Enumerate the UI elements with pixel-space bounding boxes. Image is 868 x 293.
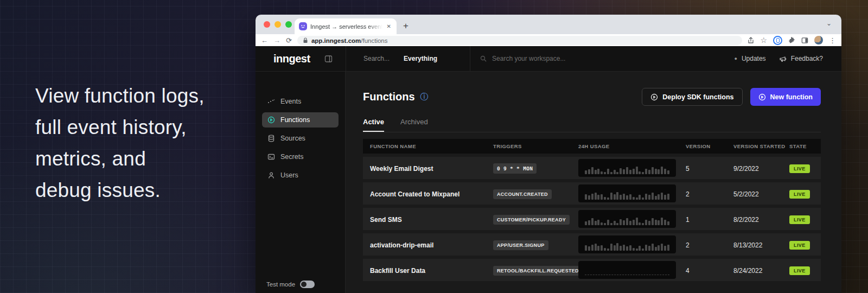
profile-avatar[interactable]	[814, 36, 823, 44]
test-mode-control: Test mode	[256, 281, 345, 293]
table-row[interactable]: Backfill User Data RETOOL/BACKFILL.REQUE…	[363, 259, 821, 281]
hero-line: full event history,	[35, 112, 205, 143]
inngest-favicon-icon	[299, 22, 307, 30]
feedback-link[interactable]: Feedback?	[779, 55, 823, 62]
state-badge: LIVE	[789, 266, 810, 275]
url-domain: app.inngest.com	[311, 37, 361, 44]
test-mode-label: Test mode	[266, 281, 295, 288]
hero-line: metrics, and	[35, 143, 205, 175]
version-started-value: 8/24/2022	[733, 267, 762, 275]
info-icon[interactable]: ⓘ	[420, 92, 429, 102]
state-badge: LIVE	[789, 215, 810, 224]
sidebar-item-events[interactable]: Events	[262, 94, 339, 109]
browser-tab[interactable]: Inngest → serverless event-dri ✕	[295, 18, 397, 34]
collapse-sidebar-icon[interactable]	[324, 55, 333, 63]
sidebar-item-label: Sources	[280, 135, 305, 142]
app-topbar: inngest Search... Everything ● Updates	[256, 46, 841, 72]
state-badge: LIVE	[789, 164, 810, 173]
megaphone-icon	[779, 55, 787, 62]
function-name[interactable]: Backfill User Data	[370, 267, 425, 275]
table-body: Weekly Email Digest 0 9 * * MON 5 9/2/20…	[363, 157, 821, 281]
hero-text: View function logs, full event history, …	[35, 80, 205, 206]
state-badge: LIVE	[789, 241, 810, 250]
deploy-sdk-functions-button[interactable]: Deploy SDK functions	[642, 88, 742, 106]
tab-active[interactable]: Active	[363, 118, 384, 132]
minimize-window-button[interactable]	[275, 21, 281, 28]
search-scope[interactable]: Everything	[404, 55, 437, 62]
version-started-value: 5/2/2022	[733, 190, 759, 198]
reload-icon[interactable]: ⟳	[286, 37, 292, 44]
functions-table: FUNCTION NAME TRIGGERS 24H USAGE VERSION…	[363, 139, 821, 281]
usage-chart	[578, 159, 676, 177]
side-panel-icon[interactable]	[801, 37, 808, 44]
version-value: 5	[686, 165, 690, 173]
tab-strip: Inngest → serverless event-dri ✕ + ⌄	[256, 15, 841, 34]
state-badge: LIVE	[789, 190, 810, 199]
usage-chart	[578, 261, 676, 279]
zoom-window-button[interactable]	[285, 21, 292, 28]
table-row[interactable]: Account Created to Mixpanel ACCOUNT.CREA…	[363, 182, 821, 205]
forward-icon[interactable]: →	[273, 37, 280, 44]
functions-icon	[267, 116, 275, 124]
feedback-label: Feedback?	[791, 55, 823, 62]
trigger-badge: ACCOUNT.CREATED	[493, 189, 552, 199]
sidebar-item-sources[interactable]: Sources	[262, 131, 339, 146]
chevron-down-icon[interactable]: ⌄	[826, 20, 832, 27]
table-row[interactable]: Weekly Email Digest 0 9 * * MON 5 9/2/20…	[363, 157, 821, 179]
sidebar-item-secrets[interactable]: Secrets	[262, 149, 339, 164]
tab-title: Inngest → serverless event-dri	[310, 23, 382, 30]
function-name[interactable]: Send SMS	[370, 216, 402, 224]
topbar-right: ● Updates Feedback?	[726, 55, 841, 62]
new-function-button[interactable]: New function	[750, 88, 821, 106]
function-name[interactable]: Weekly Email Digest	[370, 165, 433, 173]
share-icon[interactable]	[748, 37, 754, 44]
table-header: FUNCTION NAME TRIGGERS 24H USAGE VERSION…	[363, 139, 821, 154]
usage-chart	[578, 210, 676, 228]
bookmark-star-icon[interactable]: ☆	[760, 36, 767, 44]
workspace-search[interactable]	[480, 54, 726, 63]
sidebar: Events Functions Sources Secrets Users	[256, 72, 346, 293]
test-mode-toggle[interactable]	[300, 281, 315, 288]
address-field[interactable]: app.inngest.com/functions	[297, 36, 743, 45]
version-value: 2	[686, 190, 690, 198]
sidebar-item-label: Events	[280, 98, 301, 105]
back-icon[interactable]: ←	[261, 37, 268, 44]
usage-chart	[578, 235, 676, 253]
workspace-search-input[interactable]	[491, 54, 612, 63]
tab-archived[interactable]: Archived	[400, 118, 428, 132]
table-row[interactable]: activation-drip-email APP/USER.SIGNUP 2 …	[363, 233, 821, 256]
browser-menu-kebab-icon[interactable]: ⋮	[829, 37, 836, 44]
close-window-button[interactable]	[264, 21, 270, 28]
lock-icon	[303, 37, 308, 43]
extensions-puzzle-icon[interactable]	[788, 37, 795, 44]
url-bar: ← → ⟳ app.inngest.com/functions ☆ ⋮	[256, 34, 841, 46]
function-name[interactable]: activation-drip-email	[370, 241, 433, 249]
version-value: 4	[686, 267, 690, 275]
browser-window: Inngest → serverless event-dri ✕ + ⌄ ← →…	[256, 15, 841, 293]
new-tab-button[interactable]: +	[403, 21, 409, 34]
global-search-bar: Search... Everything	[346, 46, 726, 71]
version-value: 1	[686, 216, 690, 224]
onepassword-icon[interactable]	[773, 36, 782, 45]
function-name[interactable]: Account Created to Mixpanel	[370, 190, 459, 198]
usage-chart	[578, 184, 676, 202]
sidebar-item-label: Secrets	[280, 153, 303, 161]
sidebar-item-users[interactable]: Users	[262, 168, 339, 183]
tab-close-icon[interactable]: ✕	[386, 23, 392, 29]
trigger-badge: 0 9 * * MON	[493, 163, 537, 174]
version-started-value: 8/2/2022	[733, 216, 759, 224]
circle-play-icon	[758, 93, 766, 101]
version-started-value: 8/13/2022	[733, 241, 762, 249]
table-row[interactable]: Send SMS CUSTOMER/PICKUP.READY 1 8/2/202…	[363, 208, 821, 230]
inngest-logo: inngest	[273, 53, 310, 65]
logo-zone: inngest	[256, 53, 346, 65]
sidebar-item-label: Users	[280, 171, 298, 179]
search-label[interactable]: Search...	[363, 55, 390, 62]
updates-link[interactable]: ● Updates	[734, 55, 765, 62]
page-title: Functions	[363, 91, 415, 103]
updates-dot-icon: ●	[734, 56, 737, 61]
version-started-value: 9/2/2022	[733, 165, 759, 173]
sidebar-item-functions[interactable]: Functions	[262, 112, 339, 128]
database-icon	[267, 135, 275, 142]
terminal-icon	[267, 153, 275, 161]
